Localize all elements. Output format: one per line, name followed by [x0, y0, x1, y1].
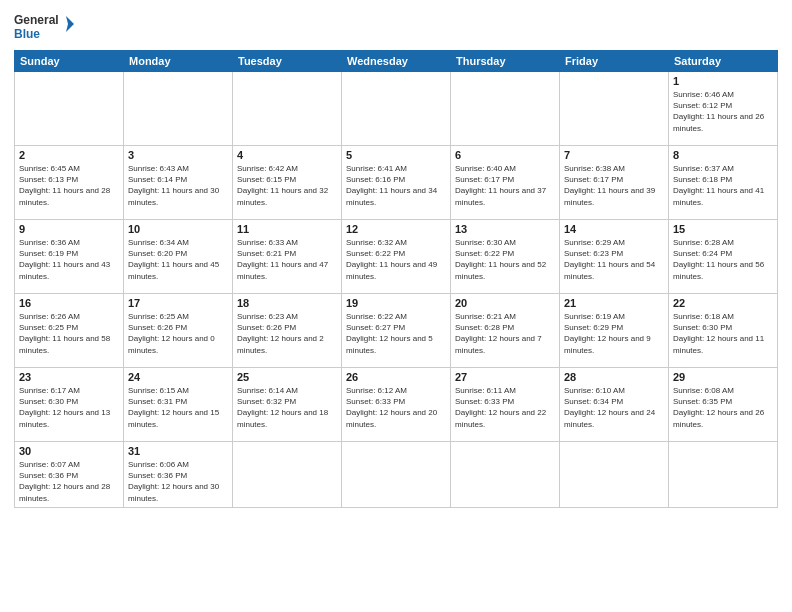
calendar-cell: 22Sunrise: 6:18 AM Sunset: 6:30 PM Dayli… — [669, 294, 778, 368]
weekday-wednesday: Wednesday — [342, 51, 451, 72]
weekday-thursday: Thursday — [451, 51, 560, 72]
weekday-tuesday: Tuesday — [233, 51, 342, 72]
day-info: Sunrise: 6:22 AM Sunset: 6:27 PM Dayligh… — [346, 311, 446, 356]
day-number: 16 — [19, 297, 119, 309]
calendar-cell: 3Sunrise: 6:43 AM Sunset: 6:14 PM Daylig… — [124, 146, 233, 220]
weekday-header-row: SundayMondayTuesdayWednesdayThursdayFrid… — [15, 51, 778, 72]
calendar-cell: 17Sunrise: 6:25 AM Sunset: 6:26 PM Dayli… — [124, 294, 233, 368]
day-info: Sunrise: 6:42 AM Sunset: 6:15 PM Dayligh… — [237, 163, 337, 208]
day-number: 8 — [673, 149, 773, 161]
page: General Blue SundayMondayTuesdayWednesda… — [0, 0, 792, 612]
calendar-cell — [560, 442, 669, 508]
day-info: Sunrise: 6:21 AM Sunset: 6:28 PM Dayligh… — [455, 311, 555, 356]
day-number: 25 — [237, 371, 337, 383]
generalblue-logo-icon: General Blue — [14, 10, 74, 42]
day-number: 17 — [128, 297, 228, 309]
calendar-cell: 25Sunrise: 6:14 AM Sunset: 6:32 PM Dayli… — [233, 368, 342, 442]
calendar-cell — [124, 72, 233, 146]
day-number: 30 — [19, 445, 119, 457]
weekday-saturday: Saturday — [669, 51, 778, 72]
calendar-cell: 26Sunrise: 6:12 AM Sunset: 6:33 PM Dayli… — [342, 368, 451, 442]
day-number: 6 — [455, 149, 555, 161]
calendar-cell: 9Sunrise: 6:36 AM Sunset: 6:19 PM Daylig… — [15, 220, 124, 294]
day-info: Sunrise: 6:43 AM Sunset: 6:14 PM Dayligh… — [128, 163, 228, 208]
day-number: 15 — [673, 223, 773, 235]
day-info: Sunrise: 6:28 AM Sunset: 6:24 PM Dayligh… — [673, 237, 773, 282]
calendar-cell: 14Sunrise: 6:29 AM Sunset: 6:23 PM Dayli… — [560, 220, 669, 294]
calendar-cell: 30Sunrise: 6:07 AM Sunset: 6:36 PM Dayli… — [15, 442, 124, 508]
day-number: 5 — [346, 149, 446, 161]
day-number: 27 — [455, 371, 555, 383]
day-number: 24 — [128, 371, 228, 383]
week-row-5: 30Sunrise: 6:07 AM Sunset: 6:36 PM Dayli… — [15, 442, 778, 508]
calendar-cell: 24Sunrise: 6:15 AM Sunset: 6:31 PM Dayli… — [124, 368, 233, 442]
day-number: 12 — [346, 223, 446, 235]
day-number: 4 — [237, 149, 337, 161]
day-number: 29 — [673, 371, 773, 383]
calendar-cell: 7Sunrise: 6:38 AM Sunset: 6:17 PM Daylig… — [560, 146, 669, 220]
weekday-friday: Friday — [560, 51, 669, 72]
calendar-cell — [451, 72, 560, 146]
day-number: 10 — [128, 223, 228, 235]
calendar-cell: 16Sunrise: 6:26 AM Sunset: 6:25 PM Dayli… — [15, 294, 124, 368]
calendar-cell — [342, 442, 451, 508]
day-info: Sunrise: 6:38 AM Sunset: 6:17 PM Dayligh… — [564, 163, 664, 208]
day-info: Sunrise: 6:15 AM Sunset: 6:31 PM Dayligh… — [128, 385, 228, 430]
calendar-cell — [233, 442, 342, 508]
calendar-cell: 4Sunrise: 6:42 AM Sunset: 6:15 PM Daylig… — [233, 146, 342, 220]
calendar-cell: 20Sunrise: 6:21 AM Sunset: 6:28 PM Dayli… — [451, 294, 560, 368]
calendar-cell: 19Sunrise: 6:22 AM Sunset: 6:27 PM Dayli… — [342, 294, 451, 368]
day-info: Sunrise: 6:19 AM Sunset: 6:29 PM Dayligh… — [564, 311, 664, 356]
day-info: Sunrise: 6:06 AM Sunset: 6:36 PM Dayligh… — [128, 459, 228, 504]
calendar-cell: 11Sunrise: 6:33 AM Sunset: 6:21 PM Dayli… — [233, 220, 342, 294]
day-info: Sunrise: 6:08 AM Sunset: 6:35 PM Dayligh… — [673, 385, 773, 430]
calendar-cell: 15Sunrise: 6:28 AM Sunset: 6:24 PM Dayli… — [669, 220, 778, 294]
svg-marker-2 — [66, 16, 74, 32]
day-number: 11 — [237, 223, 337, 235]
svg-text:General: General — [14, 13, 59, 27]
day-info: Sunrise: 6:25 AM Sunset: 6:26 PM Dayligh… — [128, 311, 228, 356]
day-number: 23 — [19, 371, 119, 383]
calendar-cell — [233, 72, 342, 146]
weekday-monday: Monday — [124, 51, 233, 72]
week-row-3: 16Sunrise: 6:26 AM Sunset: 6:25 PM Dayli… — [15, 294, 778, 368]
week-row-4: 23Sunrise: 6:17 AM Sunset: 6:30 PM Dayli… — [15, 368, 778, 442]
logo: General Blue — [14, 10, 74, 42]
day-info: Sunrise: 6:07 AM Sunset: 6:36 PM Dayligh… — [19, 459, 119, 504]
calendar-cell — [15, 72, 124, 146]
day-number: 9 — [19, 223, 119, 235]
calendar-table: SundayMondayTuesdayWednesdayThursdayFrid… — [14, 50, 778, 508]
week-row-2: 9Sunrise: 6:36 AM Sunset: 6:19 PM Daylig… — [15, 220, 778, 294]
day-info: Sunrise: 6:30 AM Sunset: 6:22 PM Dayligh… — [455, 237, 555, 282]
day-info: Sunrise: 6:14 AM Sunset: 6:32 PM Dayligh… — [237, 385, 337, 430]
day-number: 28 — [564, 371, 664, 383]
day-info: Sunrise: 6:34 AM Sunset: 6:20 PM Dayligh… — [128, 237, 228, 282]
header: General Blue — [14, 10, 778, 42]
day-info: Sunrise: 6:40 AM Sunset: 6:17 PM Dayligh… — [455, 163, 555, 208]
day-number: 2 — [19, 149, 119, 161]
day-number: 22 — [673, 297, 773, 309]
day-number: 31 — [128, 445, 228, 457]
calendar-cell: 12Sunrise: 6:32 AM Sunset: 6:22 PM Dayli… — [342, 220, 451, 294]
svg-text:Blue: Blue — [14, 27, 40, 41]
day-number: 20 — [455, 297, 555, 309]
week-row-1: 2Sunrise: 6:45 AM Sunset: 6:13 PM Daylig… — [15, 146, 778, 220]
calendar-cell: 29Sunrise: 6:08 AM Sunset: 6:35 PM Dayli… — [669, 368, 778, 442]
calendar-cell — [342, 72, 451, 146]
calendar-cell: 5Sunrise: 6:41 AM Sunset: 6:16 PM Daylig… — [342, 146, 451, 220]
day-number: 18 — [237, 297, 337, 309]
day-info: Sunrise: 6:26 AM Sunset: 6:25 PM Dayligh… — [19, 311, 119, 356]
calendar-cell: 21Sunrise: 6:19 AM Sunset: 6:29 PM Dayli… — [560, 294, 669, 368]
day-info: Sunrise: 6:37 AM Sunset: 6:18 PM Dayligh… — [673, 163, 773, 208]
day-info: Sunrise: 6:45 AM Sunset: 6:13 PM Dayligh… — [19, 163, 119, 208]
calendar-cell: 6Sunrise: 6:40 AM Sunset: 6:17 PM Daylig… — [451, 146, 560, 220]
day-info: Sunrise: 6:11 AM Sunset: 6:33 PM Dayligh… — [455, 385, 555, 430]
calendar-cell: 1Sunrise: 6:46 AM Sunset: 6:12 PM Daylig… — [669, 72, 778, 146]
day-number: 14 — [564, 223, 664, 235]
calendar-cell: 31Sunrise: 6:06 AM Sunset: 6:36 PM Dayli… — [124, 442, 233, 508]
week-row-0: 1Sunrise: 6:46 AM Sunset: 6:12 PM Daylig… — [15, 72, 778, 146]
day-number: 3 — [128, 149, 228, 161]
calendar-cell: 18Sunrise: 6:23 AM Sunset: 6:26 PM Dayli… — [233, 294, 342, 368]
day-info: Sunrise: 6:41 AM Sunset: 6:16 PM Dayligh… — [346, 163, 446, 208]
calendar-cell: 13Sunrise: 6:30 AM Sunset: 6:22 PM Dayli… — [451, 220, 560, 294]
